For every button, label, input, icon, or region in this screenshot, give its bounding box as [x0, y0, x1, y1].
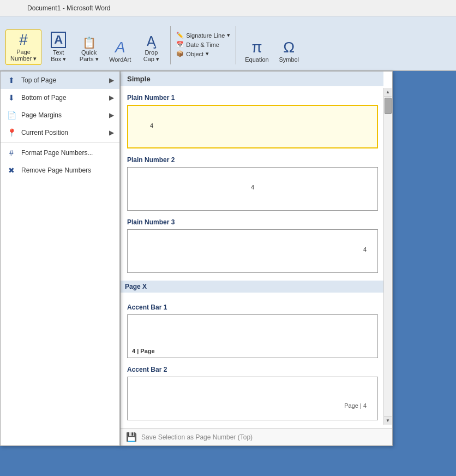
bottom-of-page-icon: ⬇ [6, 92, 17, 103]
equation-icon: π [251, 40, 262, 55]
plain-number-3-value: 4 [363, 246, 367, 253]
plain-number-2-label: Plain Number 2 [127, 156, 377, 164]
page-number-icon: # [19, 32, 28, 47]
simple-section-label: Simple [127, 75, 151, 83]
ribbon-separator-2 [236, 26, 236, 64]
flyout-panel: ▲ ▼ Simple Plain Number 1 4 [120, 71, 393, 446]
page-margins-arrow: ▶ [109, 111, 114, 119]
current-position-icon: 📍 [6, 127, 17, 138]
text-box-button[interactable]: A TextBox ▾ [45, 29, 72, 65]
page-margins-label: Page Margins [21, 111, 62, 119]
text-box-label: TextBox ▾ [51, 49, 66, 63]
accent-bar-1-preview[interactable]: 4 | Page [127, 314, 378, 358]
flyout-section-simple: Simple [121, 72, 383, 86]
menu-item-remove-page-numbers[interactable]: ✖ Remove Page Numbers [1, 162, 119, 179]
signature-line-arrow: ▾ [227, 32, 230, 39]
quick-parts-button[interactable]: 📋 QuickParts ▾ [75, 35, 103, 65]
scroll-track [384, 97, 392, 416]
signature-line-label: Signature Line [186, 32, 225, 39]
accent-bar-2-content: Page | 4 [344, 402, 367, 409]
top-of-page-icon: ⬆ [6, 75, 17, 86]
top-of-page-arrow: ▶ [109, 76, 114, 84]
footer-save-icon: 💾 [126, 432, 137, 442]
format-page-numbers-icon: # [6, 147, 17, 158]
menu-item-format-page-numbers[interactable]: # Format Page Numbers... [1, 144, 119, 162]
scroll-up-arrow[interactable]: ▲ [384, 88, 392, 97]
object-label: Object [186, 51, 203, 57]
accent-bar-1-content: 4 | Page [128, 344, 159, 358]
flyout-scrollbar[interactable]: ▲ ▼ [383, 88, 392, 425]
accent-bar-2-preview[interactable]: Page | 4 [127, 377, 378, 420]
bottom-of-page-label: Bottom of Page [21, 94, 67, 102]
plain-number-2-preview[interactable]: 4 [127, 167, 378, 211]
current-position-label: Current Position [21, 129, 68, 136]
signature-line-button[interactable]: ✏️ Signature Line ▾ [176, 32, 230, 39]
plain-number-3-preview[interactable]: 4 [127, 229, 378, 273]
plain-number-3-label: Plain Number 3 [127, 218, 377, 226]
menu-item-top-of-page[interactable]: ⬆ Top of Page ▶ [1, 72, 119, 89]
top-of-page-label: Top of Page [21, 76, 56, 84]
object-button[interactable]: 📦 Object ▾ [176, 50, 230, 57]
plain-number-1-preview[interactable]: 4 [127, 105, 378, 148]
scroll-down-arrow[interactable]: ▼ [384, 416, 392, 425]
scroll-thumb[interactable] [385, 98, 392, 114]
current-position-arrow: ▶ [109, 129, 114, 136]
title-text: Document1 - Microsoft Word [27, 4, 111, 12]
quick-parts-label: QuickParts ▾ [80, 49, 99, 63]
word-art-icon: A [115, 40, 125, 55]
ribbon-right-group: ✏️ Signature Line ▾ 📅 Date & Time 📦 Obje… [176, 32, 230, 65]
page-number-button[interactable]: # PageNumber ▾ [5, 29, 41, 65]
menu-divider [1, 142, 119, 143]
accent-bar-1-label: Accent Bar 1 [127, 304, 377, 311]
plain-number-1-value: 4 [150, 122, 153, 129]
menu-item-page-margins[interactable]: 📄 Page Margins ▶ [1, 106, 119, 124]
drop-cap-label: DropCap ▾ [143, 49, 159, 63]
date-time-icon: 📅 [176, 41, 184, 48]
drop-cap-button[interactable]: A̧ DropCap ▾ [137, 33, 165, 65]
quick-parts-icon: 📋 [82, 37, 96, 48]
date-time-button[interactable]: 📅 Date & Time [176, 41, 230, 48]
plain-number-2-value: 4 [251, 184, 254, 191]
text-box-icon: A [51, 32, 66, 48]
menu-item-current-position[interactable]: 📍 Current Position ▶ [1, 124, 119, 141]
object-icon: 📦 [176, 50, 184, 57]
word-art-button[interactable]: A WordArt [106, 38, 134, 65]
menu-item-bottom-of-page[interactable]: ⬇ Bottom of Page ▶ [1, 89, 119, 106]
object-arrow: ▾ [206, 50, 209, 57]
page-margins-icon: 📄 [6, 110, 17, 121]
dropdown-container: ⬆ Top of Page ▶ ⬇ Bottom of Page ▶ 📄 Pag… [0, 71, 393, 446]
date-time-label: Date & Time [186, 41, 219, 48]
symbol-icon: Ω [283, 40, 295, 55]
symbol-label: Symbol [279, 56, 299, 63]
context-menu: ⬆ Top of Page ▶ ⬇ Bottom of Page ▶ 📄 Pag… [0, 71, 120, 446]
format-page-numbers-label: Format Page Numbers... [21, 149, 93, 157]
bottom-of-page-arrow: ▶ [109, 94, 114, 102]
symbol-button[interactable]: Ω Symbol [275, 38, 303, 65]
ribbon-separator [170, 26, 171, 64]
title-bar: Document1 - Microsoft Word [0, 0, 456, 16]
remove-page-numbers-icon: ✖ [6, 165, 17, 176]
equation-label: Equation [245, 56, 268, 63]
equation-button[interactable]: π Equation [242, 38, 272, 65]
flyout-section-page-x: Page X [121, 281, 383, 293]
footer-save-label: Save Selection as Page Number (Top) [141, 433, 253, 441]
flyout-footer[interactable]: 💾 Save Selection as Page Number (Top) [121, 428, 392, 445]
plain-number-1-label: Plain Number 1 [127, 94, 377, 102]
signature-line-icon: ✏️ [176, 32, 184, 39]
page-number-label: PageNumber ▾ [10, 49, 37, 62]
accent-bar-2-label: Accent Bar 2 [127, 366, 377, 373]
word-art-label: WordArt [109, 56, 131, 63]
ribbon: # PageNumber ▾ A TextBox ▾ 📋 QuickParts … [0, 16, 456, 71]
remove-page-numbers-label: Remove Page Numbers [21, 166, 91, 174]
drop-cap-icon: A̧ [147, 35, 155, 48]
